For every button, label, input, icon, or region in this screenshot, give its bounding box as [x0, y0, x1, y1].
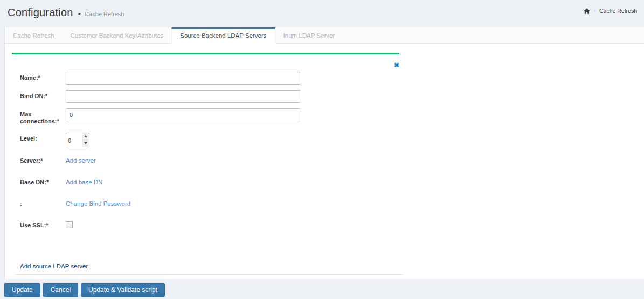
- change-bind-password-link[interactable]: Change Bind Password: [66, 198, 130, 207]
- add-source-ldap-server-link[interactable]: Add source LDAP server: [20, 263, 88, 269]
- breadcrumb-item[interactable]: Cache Refresh: [599, 8, 637, 14]
- arrow-down-icon: [84, 142, 87, 144]
- source-ldap-server-form: ✖ Name:* Bind DN:* Max connections:*: [10, 53, 404, 275]
- page-title-text: Configuration: [8, 6, 73, 19]
- tab-source-backend-ldap-servers[interactable]: Source Backend LDAP Servers: [171, 27, 275, 44]
- page-header: Configuration ▸ Cache Refresh › Cache Re…: [0, 0, 644, 27]
- level-label: Level:: [20, 133, 66, 142]
- breadcrumb: › Cache Refresh: [584, 8, 637, 14]
- name-field-row: Name:*: [20, 72, 404, 85]
- name-label: Name:*: [20, 72, 66, 81]
- use-ssl-label: Use SSL:*: [20, 219, 66, 229]
- tab-bar: Cache Refresh Customer Backend Key/Attri…: [5, 27, 644, 44]
- update-button[interactable]: Update: [4, 283, 40, 297]
- bind-password-label: :: [20, 198, 66, 207]
- name-input[interactable]: [66, 72, 300, 85]
- max-connections-label: Max connections:*: [20, 108, 66, 125]
- tab-cache-refresh[interactable]: Cache Refresh: [5, 27, 63, 43]
- title-caret-icon: ▸: [79, 11, 81, 16]
- max-connections-field-row: Max connections:*: [20, 108, 404, 125]
- base-dn-label: Base DN:*: [20, 176, 66, 186]
- cancel-button[interactable]: Cancel: [43, 283, 78, 297]
- base-dn-field-row: Base DN:* Add base DN: [20, 176, 404, 186]
- breadcrumb-separator: ›: [594, 8, 595, 13]
- bind-dn-field-row: Bind DN:*: [20, 90, 404, 103]
- add-server-link[interactable]: Add server: [66, 155, 96, 164]
- server-label: Server:*: [20, 155, 66, 164]
- green-divider: [12, 53, 399, 54]
- level-decrement-button[interactable]: [82, 140, 89, 147]
- bind-dn-input[interactable]: [66, 90, 300, 103]
- close-icon[interactable]: ✖: [394, 62, 399, 68]
- level-increment-button[interactable]: [82, 133, 89, 140]
- use-ssl-field-row: Use SSL:*: [20, 219, 404, 231]
- update-validate-script-button[interactable]: Update & Validate script: [81, 283, 165, 297]
- page-title: Configuration ▸ Cache Refresh: [8, 6, 124, 19]
- level-input[interactable]: [66, 133, 82, 147]
- bind-dn-label: Bind DN:*: [20, 90, 66, 100]
- home-icon[interactable]: [584, 8, 590, 14]
- level-spinner: [66, 133, 89, 147]
- bind-password-field-row: : Change Bind Password: [20, 198, 404, 208]
- page-subtitle: Cache Refresh: [85, 11, 124, 17]
- tab-content: ✖ Name:* Bind DN:* Max connections:*: [5, 44, 644, 275]
- level-field-row: Level:: [20, 133, 404, 147]
- tab-customer-backend-key-attributes[interactable]: Customer Backend Key/Attributes: [63, 27, 172, 43]
- form-bottom-divider: [15, 274, 404, 275]
- server-field-row: Server:* Add server: [20, 155, 404, 165]
- content-panel: Cache Refresh Customer Backend Key/Attri…: [4, 27, 644, 279]
- tab-inum-ldap-server[interactable]: Inum LDAP Server: [275, 27, 343, 43]
- footer-actions: Update Cancel Update & Validate script: [0, 279, 644, 297]
- arrow-up-icon: [84, 135, 87, 137]
- use-ssl-checkbox[interactable]: [66, 221, 73, 228]
- max-connections-input[interactable]: [66, 108, 300, 121]
- add-base-dn-link[interactable]: Add base DN: [66, 176, 102, 185]
